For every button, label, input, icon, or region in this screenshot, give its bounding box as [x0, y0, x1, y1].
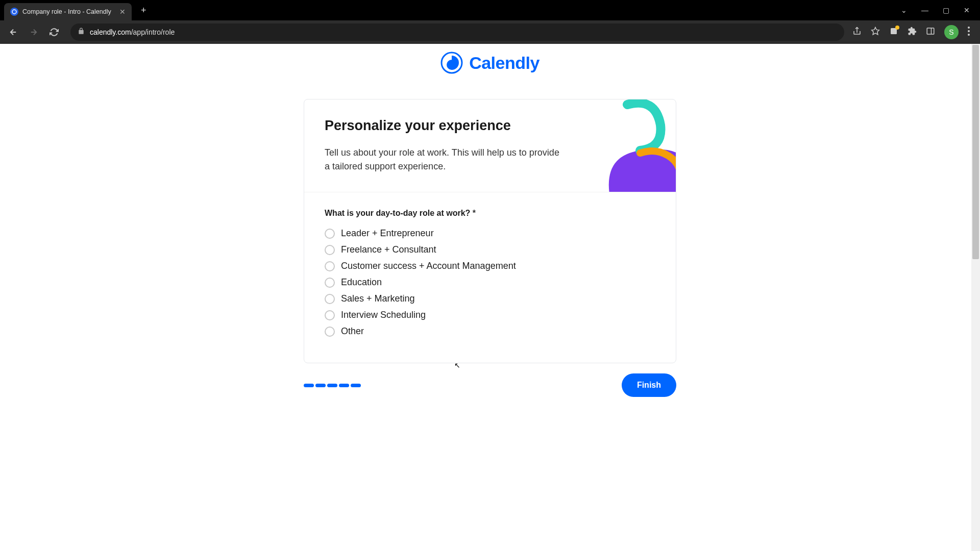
page-viewport: Calendly Personalize your experience Tel…: [0, 44, 980, 551]
onboarding-card: Personalize your experience Tell us abou…: [304, 99, 676, 363]
svg-point-6: [968, 30, 970, 32]
progress-step: [304, 384, 314, 387]
svg-point-5: [968, 27, 970, 29]
progress-step: [315, 384, 326, 387]
side-panel-icon[interactable]: [926, 27, 935, 38]
role-option-label: Customer success + Account Management: [341, 261, 516, 271]
url-text: calendly.com/app/intro/role: [90, 28, 175, 36]
role-option-label: Leader + Entrepreneur: [341, 228, 434, 239]
radio-icon[interactable]: [325, 229, 335, 239]
role-option[interactable]: Interview Scheduling: [325, 310, 655, 320]
card-header: Personalize your experience Tell us abou…: [304, 99, 676, 192]
calendly-logo-mark: [440, 52, 463, 74]
radio-icon[interactable]: [325, 294, 335, 304]
bookmark-star-icon[interactable]: [871, 27, 880, 38]
reload-button[interactable]: [46, 24, 62, 40]
svg-point-7: [968, 34, 970, 36]
progress-step: [351, 384, 361, 387]
minimize-icon[interactable]: ―: [921, 6, 928, 14]
radio-icon[interactable]: [325, 310, 335, 320]
tab-close-icon[interactable]: ✕: [119, 8, 126, 16]
radio-icon[interactable]: [325, 261, 335, 271]
decorative-illustration: [579, 99, 676, 192]
finish-button[interactable]: Finish: [622, 373, 676, 397]
radio-icon[interactable]: [325, 327, 335, 337]
forward-button[interactable]: [26, 24, 42, 40]
role-option-label: Freelance + Consultant: [341, 244, 436, 255]
profile-avatar[interactable]: S: [944, 25, 959, 39]
back-button[interactable]: [5, 24, 21, 40]
card-body: What is your day-to-day role at work? * …: [304, 192, 676, 363]
svg-rect-2: [891, 28, 897, 34]
onboarding-footer: Finish: [304, 373, 676, 397]
new-tab-button[interactable]: +: [141, 5, 146, 16]
extension-badge-icon[interactable]: [889, 27, 898, 38]
role-option[interactable]: Education: [325, 277, 655, 288]
required-marker: *: [473, 209, 476, 217]
window-controls: ⌄ ― ▢ ✕: [901, 6, 980, 14]
card-subtitle: Tell us about your role at work. This wi…: [325, 146, 565, 173]
role-option-label: Education: [341, 277, 382, 288]
progress-step: [327, 384, 337, 387]
role-option-label: Interview Scheduling: [341, 310, 426, 320]
question-label: What is your day-to-day role at work? *: [325, 209, 655, 218]
lock-icon: [78, 28, 85, 37]
role-option[interactable]: Leader + Entrepreneur: [325, 228, 655, 239]
radio-icon[interactable]: [325, 278, 335, 288]
tab-title: Company role - Intro - Calendly: [22, 8, 113, 15]
browser-tab-strip: Company role - Intro - Calendly ✕ + ⌄ ― …: [0, 0, 980, 20]
calendly-logo-text: Calendly: [469, 53, 540, 73]
chevron-down-icon[interactable]: ⌄: [901, 6, 907, 14]
role-option[interactable]: Other: [325, 326, 655, 337]
kebab-menu-icon[interactable]: [968, 27, 970, 38]
radio-icon[interactable]: [325, 245, 335, 255]
role-option-label: Sales + Marketing: [341, 293, 415, 304]
progress-indicator: [304, 384, 361, 387]
role-option[interactable]: Customer success + Account Management: [325, 261, 655, 271]
role-option[interactable]: Freelance + Consultant: [325, 244, 655, 255]
browser-tab[interactable]: Company role - Intro - Calendly ✕: [4, 3, 132, 20]
browser-toolbar: calendly.com/app/intro/role S: [0, 20, 980, 44]
role-options: Leader + EntrepreneurFreelance + Consult…: [325, 228, 655, 337]
calendly-logo: Calendly: [440, 48, 540, 78]
role-option[interactable]: Sales + Marketing: [325, 293, 655, 304]
tab-favicon: [10, 8, 18, 16]
svg-marker-1: [872, 28, 879, 35]
svg-rect-3: [927, 28, 934, 34]
maximize-icon[interactable]: ▢: [943, 6, 949, 14]
address-bar[interactable]: calendly.com/app/intro/role: [70, 23, 844, 41]
progress-step: [339, 384, 349, 387]
extensions-icon[interactable]: [908, 27, 917, 38]
role-option-label: Other: [341, 326, 364, 337]
share-icon[interactable]: [852, 27, 862, 38]
close-window-icon[interactable]: ✕: [964, 6, 970, 14]
svg-point-0: [12, 10, 16, 14]
